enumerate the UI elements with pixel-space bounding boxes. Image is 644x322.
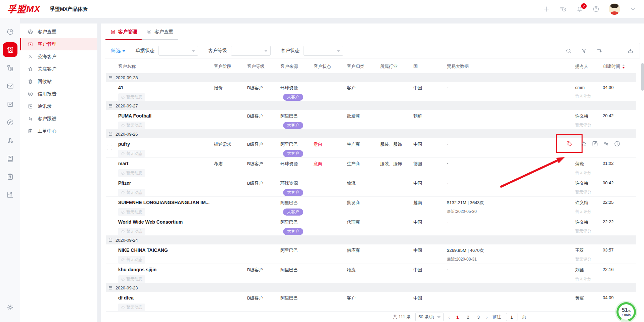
date-group-row: 2020-09-23 — [106, 283, 636, 292]
customer-row[interactable]: PUMA Football暂无动态B级客户阿里巴巴大客户批发商朝鲜-许义梅暂无评… — [106, 110, 636, 130]
customer-name[interactable]: df dfea — [118, 295, 214, 301]
tab-customer-dedupe[interactable]: 客户查重 — [142, 24, 178, 40]
sidebar-item-public-sea-customers[interactable]: 公海客户 — [20, 50, 97, 63]
sidebar-item-address-book[interactable]: 通讯录 — [20, 100, 97, 112]
rail-settings-gear-icon[interactable] — [3, 300, 17, 315]
customer-name[interactable]: pufry — [118, 141, 214, 147]
customer-name[interactable]: World Wide Web Consortium — [118, 219, 214, 225]
column-header-9[interactable]: 贸易大数据 — [447, 63, 575, 70]
network-monitor-widget[interactable]: 51% ↑ 0K/s — [616, 302, 636, 322]
rail-discovery-compass-icon[interactable] — [3, 115, 17, 130]
import-icon[interactable] — [627, 48, 634, 54]
customer-name[interactable]: SUIFENHE LONGJIANGSHANGLIAN IM... — [118, 200, 214, 205]
trade-value: - — [447, 113, 575, 118]
customer-row[interactable]: NIKE CHINA TAICANG暂无动态阿里巴巴供应商中国$269.95M … — [106, 244, 636, 264]
follow-up-action-icon[interactable] — [603, 140, 609, 147]
page-size-select[interactable]: 50 条/页 — [415, 313, 444, 321]
add-customer-icon[interactable] — [612, 48, 618, 54]
customer-row[interactable]: SUIFENHE LONGJIANGSHANGLIAN IM...暂无动态阿里巴… — [106, 197, 636, 216]
column-header-3[interactable]: 客户等级 — [247, 63, 280, 70]
page-button-3[interactable]: 3 — [475, 315, 481, 320]
customer-grade-select[interactable] — [231, 46, 271, 56]
tag-action-icon[interactable] — [566, 140, 572, 147]
sidebar-item-customer-follow-up[interactable]: 客户跟进 — [20, 112, 97, 125]
sort-carets-icon[interactable] — [622, 63, 625, 70]
column-header-1[interactable]: 客户名称 — [118, 63, 214, 70]
customer-status-select[interactable] — [304, 46, 343, 56]
customer-name[interactable]: 41 — [118, 85, 214, 90]
customer-row[interactable]: mart暂无动态考虑B级客户环球资源意向生产商服装、服饰德国-蒲晓暂无评分01:… — [106, 158, 636, 177]
star-action-icon[interactable] — [581, 140, 587, 147]
country-cell: 中国 — [413, 141, 447, 147]
customer-row[interactable]: pufry暂无动态描述需求B级客户阿里巴巴大客户意向生产商服装、服饰中国- — [106, 138, 636, 158]
owner-cell: 许义梅暂无评分 — [575, 113, 603, 128]
trade-recent: 最近:2020-08-31 — [447, 257, 575, 262]
filter-funnel-icon[interactable] — [581, 48, 587, 54]
rail-dashboard-icon[interactable] — [3, 24, 17, 39]
rail-knowledge-book-icon[interactable] — [3, 151, 17, 166]
customer-name[interactable]: Pfizer — [118, 180, 214, 186]
customer-row[interactable]: 41暂无动态报价B级客户环球资源大客户客户中国-cmm暂无评分04:30 — [106, 82, 636, 101]
page-button-1[interactable]: 1 — [455, 315, 460, 320]
upload-arrow-icon: ↑ — [622, 313, 624, 317]
column-header-2[interactable]: 客户阶段 — [214, 63, 247, 70]
search-icon[interactable] — [565, 48, 572, 54]
column-header-10[interactable]: 拥有人 — [575, 63, 603, 70]
sidebar-item-followed-customers[interactable]: 关注客户 — [20, 63, 97, 75]
column-header-label: 国 — [413, 63, 418, 70]
customer-row[interactable]: Pfizer暂无动态B级客户环球资源大客户物流中国-许义梅暂无评分00:42 — [106, 177, 636, 197]
rail-customers-icon[interactable] — [3, 42, 17, 57]
trade-data-cell: - — [447, 219, 575, 224]
doc-status-select[interactable] — [158, 46, 198, 56]
sidebar-item-customer-management[interactable]: 客户管理 — [20, 38, 97, 50]
create-icon[interactable] — [543, 5, 550, 13]
rail-mail-icon[interactable] — [3, 79, 17, 93]
customer-name[interactable]: NIKE CHINA TAICANG — [118, 247, 214, 253]
column-header-8[interactable]: 国 — [413, 63, 447, 70]
avatar[interactable] — [609, 3, 620, 15]
rail-analytics-icon[interactable] — [3, 187, 17, 202]
customer-row[interactable]: df dfea暂无动态B级客户阿里巴巴客户中国-黄宸04:09 — [106, 292, 636, 312]
sidebar-item-recycle-bin[interactable]: 回收站 — [20, 75, 97, 88]
chevron-down-icon[interactable] — [629, 5, 637, 13]
vertical-scrollbar-thumb[interactable] — [641, 63, 644, 91]
column-header-11[interactable]: 创建时间 — [603, 63, 636, 70]
rail-billing-icon[interactable] — [3, 169, 17, 184]
prev-page-button[interactable]: ‹ — [448, 314, 450, 320]
owner-name: 许义梅 — [575, 113, 603, 119]
customer-row[interactable]: World Wide Web Consortium暂无动态阿里巴巴大客户代理商中… — [106, 216, 636, 236]
customer-name-cell: df dfea暂无动态 — [118, 295, 214, 311]
row-checkbox[interactable] — [107, 145, 112, 150]
next-page-button[interactable]: › — [486, 314, 488, 320]
no-activity-chip: 暂无动态 — [118, 169, 145, 177]
sidebar-item-work-order-center[interactable]: 工单中心 — [20, 125, 97, 137]
customer-name[interactable]: khu dangns sjijin — [118, 267, 214, 272]
tab-customer-management[interactable]: 客户管理 — [105, 24, 142, 40]
rail-products-bag-icon[interactable] — [3, 97, 17, 111]
page-button-2[interactable]: 2 — [465, 315, 471, 320]
notifications-bell-icon[interactable]: 2 — [576, 5, 583, 13]
customer-row[interactable]: khu dangns sjijin暂无动态B级客户阿里巴巴物流中国-刘鑫暂无评分… — [106, 264, 636, 283]
sidebar-item-credit-report[interactable]: 信用报告 — [20, 88, 97, 100]
sort-icon[interactable] — [596, 48, 603, 54]
column-header-5[interactable]: 客户状态 — [314, 63, 347, 70]
more-action-icon[interactable] — [614, 140, 620, 147]
goto-page-input[interactable] — [506, 313, 517, 321]
customer-name[interactable]: mart — [118, 161, 214, 166]
history-icon[interactable] — [559, 5, 567, 13]
filter-toggle[interactable]: 筛选 — [111, 48, 126, 54]
rail-organization-icon[interactable] — [3, 60, 17, 75]
calendar-icon — [108, 132, 113, 136]
column-header-4[interactable]: 客户来源 — [280, 63, 314, 70]
filter-field-customer-grade: 客户等级 — [208, 46, 271, 56]
rail-team-icon[interactable] — [3, 133, 17, 148]
help-icon[interactable] — [592, 5, 600, 13]
column-header-6[interactable]: 客户归类 — [347, 63, 380, 70]
sidebar: 客户查重客户管理公海客户关注客户回收站信用报告通讯录客户跟进工单中心 — [20, 24, 97, 322]
customer-name[interactable]: PUMA Football — [118, 113, 214, 119]
topbar-actions: 2 — [543, 3, 637, 15]
star-icon — [28, 66, 33, 72]
edit-action-icon[interactable] — [592, 140, 598, 147]
column-header-7[interactable]: 所属行业 — [380, 63, 413, 70]
sidebar-item-customer-dedupe[interactable]: 客户查重 — [20, 26, 97, 38]
